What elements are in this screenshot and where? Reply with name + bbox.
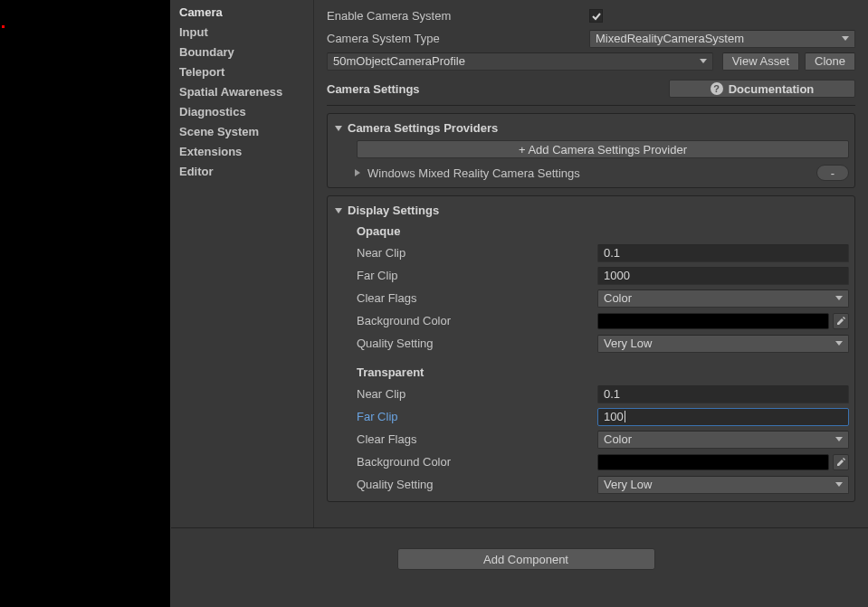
left-gutter <box>0 0 170 607</box>
camera-settings-providers-box: Camera Settings Providers + Add Camera S… <box>327 113 855 188</box>
transparent-quality-value: Very Low <box>604 478 652 491</box>
transparent-bg-color-label: Background Color <box>333 455 592 469</box>
divider <box>327 105 855 106</box>
chevron-down-icon <box>835 341 843 346</box>
camera-profile-dropdown[interactable]: 50mObjectCameraProfile <box>327 52 713 71</box>
sidebar-item-teleport[interactable]: Teleport <box>170 62 313 82</box>
sidebar-item-boundary[interactable]: Boundary <box>170 43 313 62</box>
opaque-near-clip-input[interactable]: 0.1 <box>597 244 849 262</box>
providers-title: Camera Settings Providers <box>348 121 498 135</box>
opaque-clear-flags-dropdown[interactable]: Color <box>597 289 849 308</box>
enable-camera-system-checkbox[interactable] <box>589 9 603 23</box>
camera-profile-value: 50mObjectCameraProfile <box>333 54 465 68</box>
opaque-bg-color-label: Background Color <box>333 314 592 327</box>
camera-system-type-dropdown[interactable]: MixedRealityCameraSystem <box>589 30 855 48</box>
add-camera-settings-provider-button[interactable]: + Add Camera Settings Provider <box>357 140 849 158</box>
sidebar-item-camera[interactable]: Camera <box>170 3 313 23</box>
enable-camera-system-label: Enable Camera System <box>327 9 584 23</box>
transparent-far-clip-input[interactable]: 100 <box>597 408 849 426</box>
eyedropper-icon <box>835 457 846 468</box>
opaque-bg-color-field[interactable] <box>597 313 829 329</box>
sidebar-item-spatial-awareness[interactable]: Spatial Awareness <box>170 82 313 102</box>
opaque-quality-dropdown[interactable]: Very Low <box>597 335 849 353</box>
eyedropper-icon <box>835 316 846 327</box>
provider-item[interactable]: Windows Mixed Reality Camera Settings <box>333 164 811 182</box>
help-icon: ? <box>711 82 723 95</box>
provider-item-label: Windows Mixed Reality Camera Settings <box>367 166 580 180</box>
providers-foldout[interactable]: Camera Settings Providers <box>333 119 849 140</box>
sidebar-item-editor[interactable]: Editor <box>170 162 313 182</box>
opaque-clear-flags-value: Color <box>604 291 632 305</box>
opaque-far-clip-label: Far Clip <box>333 269 592 282</box>
display-settings-title: Display Settings <box>348 204 439 217</box>
footer: Add Component <box>171 527 868 607</box>
triangle-right-icon <box>355 169 360 176</box>
sidebar-item-scene-system[interactable]: Scene System <box>170 122 313 142</box>
transparent-bg-color-field[interactable] <box>597 454 829 470</box>
camera-system-type-label: Camera System Type <box>327 32 584 45</box>
chevron-down-icon <box>700 59 707 63</box>
remove-provider-button[interactable]: - <box>816 165 849 181</box>
opaque-quality-value: Very Low <box>604 337 652 350</box>
display-settings-foldout[interactable]: Display Settings <box>333 202 849 219</box>
transparent-color-picker-button[interactable] <box>833 454 849 470</box>
view-asset-button[interactable]: View Asset <box>722 52 799 71</box>
transparent-near-clip-input[interactable]: 0.1 <box>597 385 849 403</box>
camera-system-type-value: MixedRealityCameraSystem <box>596 32 744 45</box>
display-settings-box: Display Settings Opaque Near Clip 0.1 Fa… <box>327 195 855 502</box>
chevron-down-icon <box>835 296 843 300</box>
opaque-far-clip-input[interactable]: 1000 <box>597 267 849 285</box>
chevron-down-icon <box>835 482 843 487</box>
sidebar-item-input[interactable]: Input <box>170 23 313 43</box>
transparent-near-clip-label: Near Clip <box>333 387 592 401</box>
chevron-down-icon <box>842 36 849 41</box>
sidebar-item-extensions[interactable]: Extensions <box>170 142 313 162</box>
text-cursor <box>625 411 625 422</box>
transparent-header: Transparent <box>333 355 849 383</box>
opaque-clear-flags-label: Clear Flags <box>333 291 592 305</box>
sidebar-item-diagnostics[interactable]: Diagnostics <box>170 102 313 122</box>
main-panel: Enable Camera System Camera System Type … <box>313 0 868 607</box>
transparent-clear-flags-label: Clear Flags <box>333 432 592 446</box>
opaque-color-picker-button[interactable] <box>833 313 849 329</box>
documentation-label: Documentation <box>729 82 815 96</box>
transparent-quality-dropdown[interactable]: Very Low <box>597 476 849 494</box>
opaque-near-clip-label: Near Clip <box>333 246 592 260</box>
triangle-down-icon <box>335 208 342 213</box>
chevron-down-icon <box>835 437 843 441</box>
add-component-button[interactable]: Add Component <box>397 548 655 570</box>
transparent-clear-flags-value: Color <box>604 432 632 446</box>
transparent-far-clip-value: 100 <box>604 410 624 423</box>
sidebar: Camera Input Boundary Teleport Spatial A… <box>170 0 313 607</box>
camera-settings-title: Camera Settings <box>327 82 420 96</box>
transparent-quality-label: Quality Setting <box>333 478 592 491</box>
opaque-header: Opaque <box>333 219 849 242</box>
opaque-quality-label: Quality Setting <box>333 337 592 350</box>
triangle-down-icon <box>335 126 342 131</box>
transparent-far-clip-label: Far Clip <box>333 410 592 423</box>
marker-dot <box>2 25 5 28</box>
check-icon <box>591 11 602 22</box>
documentation-button[interactable]: ? Documentation <box>669 80 855 98</box>
transparent-clear-flags-dropdown[interactable]: Color <box>597 431 849 449</box>
clone-button[interactable]: Clone <box>805 52 855 71</box>
